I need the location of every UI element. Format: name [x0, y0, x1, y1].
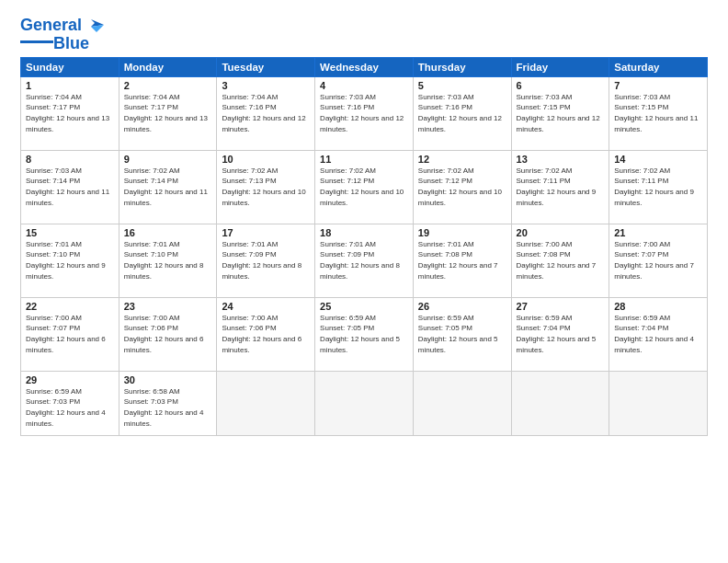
- day-details: Sunrise: 7:02 AMSunset: 7:11 PMDaylight:…: [614, 166, 702, 208]
- table-row: 12Sunrise: 7:02 AMSunset: 7:12 PMDayligh…: [413, 150, 511, 224]
- table-row: 14Sunrise: 7:02 AMSunset: 7:11 PMDayligh…: [609, 150, 708, 224]
- day-details: Sunrise: 7:04 AMSunset: 7:17 PMDaylight:…: [26, 92, 114, 134]
- calendar-week-row: 29Sunrise: 6:59 AMSunset: 7:03 PMDayligh…: [21, 371, 708, 435]
- table-row: 1Sunrise: 7:04 AMSunset: 7:17 PMDaylight…: [21, 76, 119, 150]
- table-row: 27Sunrise: 6:59 AMSunset: 7:04 PMDayligh…: [511, 297, 609, 371]
- table-row: 26Sunrise: 6:59 AMSunset: 7:05 PMDayligh…: [413, 297, 511, 371]
- day-details: Sunrise: 7:03 AMSunset: 7:15 PMDaylight:…: [614, 92, 702, 134]
- table-row: [217, 371, 315, 435]
- table-row: [511, 371, 609, 435]
- table-row: [315, 371, 414, 435]
- day-number: 24: [222, 301, 310, 312]
- table-row: 6Sunrise: 7:03 AMSunset: 7:15 PMDaylight…: [511, 76, 609, 150]
- day-number: 23: [124, 301, 212, 312]
- day-number: 5: [418, 80, 506, 91]
- table-row: 16Sunrise: 7:01 AMSunset: 7:10 PMDayligh…: [119, 224, 217, 297]
- col-header-tuesday: Tuesday: [217, 57, 315, 76]
- day-details: Sunrise: 7:01 AMSunset: 7:09 PMDaylight:…: [222, 239, 310, 282]
- calendar-header-row: SundayMondayTuesdayWednesdayThursdayFrid…: [21, 57, 708, 76]
- day-details: Sunrise: 7:03 AMSunset: 7:16 PMDaylight:…: [418, 92, 506, 134]
- day-number: 14: [614, 154, 702, 165]
- logo-text: General: [20, 17, 82, 35]
- day-details: Sunrise: 7:02 AMSunset: 7:12 PMDaylight:…: [320, 166, 408, 208]
- day-details: Sunrise: 6:59 AMSunset: 7:04 PMDaylight:…: [614, 313, 702, 355]
- day-number: 9: [124, 154, 212, 165]
- day-details: Sunrise: 7:01 AMSunset: 7:10 PMDaylight:…: [124, 239, 212, 282]
- table-row: 7Sunrise: 7:03 AMSunset: 7:15 PMDaylight…: [609, 76, 708, 150]
- table-row: 9Sunrise: 7:02 AMSunset: 7:14 PMDaylight…: [119, 150, 217, 224]
- table-row: 21Sunrise: 7:00 AMSunset: 7:07 PMDayligh…: [609, 224, 708, 297]
- table-row: 11Sunrise: 7:02 AMSunset: 7:12 PMDayligh…: [315, 150, 414, 224]
- day-number: 29: [26, 374, 114, 385]
- calendar-week-row: 15Sunrise: 7:01 AMSunset: 7:10 PMDayligh…: [21, 224, 708, 297]
- day-details: Sunrise: 6:59 AMSunset: 7:05 PMDaylight:…: [418, 313, 506, 355]
- day-number: 7: [614, 80, 702, 91]
- table-row: 4Sunrise: 7:03 AMSunset: 7:16 PMDaylight…: [315, 76, 414, 150]
- day-number: 4: [320, 80, 408, 91]
- day-details: Sunrise: 7:00 AMSunset: 7:08 PMDaylight:…: [517, 239, 605, 282]
- calendar-week-row: 22Sunrise: 7:00 AMSunset: 7:07 PMDayligh…: [21, 297, 708, 371]
- table-row: 19Sunrise: 7:01 AMSunset: 7:08 PMDayligh…: [413, 224, 511, 297]
- day-number: 3: [222, 80, 310, 91]
- table-row: 25Sunrise: 6:59 AMSunset: 7:05 PMDayligh…: [315, 297, 414, 371]
- day-details: Sunrise: 6:59 AMSunset: 7:04 PMDaylight:…: [517, 313, 605, 355]
- calendar-week-row: 8Sunrise: 7:03 AMSunset: 7:14 PMDaylight…: [21, 150, 708, 224]
- day-number: 1: [26, 80, 114, 91]
- table-row: 22Sunrise: 7:00 AMSunset: 7:07 PMDayligh…: [21, 297, 119, 371]
- day-number: 20: [517, 227, 605, 238]
- day-details: Sunrise: 7:01 AMSunset: 7:09 PMDaylight:…: [320, 239, 408, 282]
- day-number: 15: [26, 227, 114, 238]
- table-row: 5Sunrise: 7:03 AMSunset: 7:16 PMDaylight…: [413, 76, 511, 150]
- table-row: 13Sunrise: 7:02 AMSunset: 7:11 PMDayligh…: [511, 150, 609, 224]
- table-row: 23Sunrise: 7:00 AMSunset: 7:06 PMDayligh…: [119, 297, 217, 371]
- day-number: 28: [614, 301, 702, 312]
- day-number: 10: [222, 154, 310, 165]
- table-row: 24Sunrise: 7:00 AMSunset: 7:06 PMDayligh…: [217, 297, 315, 371]
- day-details: Sunrise: 7:02 AMSunset: 7:14 PMDaylight:…: [124, 166, 212, 208]
- calendar-week-row: 1Sunrise: 7:04 AMSunset: 7:17 PMDaylight…: [21, 76, 708, 150]
- day-details: Sunrise: 6:58 AMSunset: 7:03 PMDaylight:…: [124, 386, 212, 429]
- logo-bird-icon: [84, 17, 104, 34]
- day-number: 30: [124, 374, 212, 385]
- day-number: 26: [418, 301, 506, 312]
- day-details: Sunrise: 7:02 AMSunset: 7:11 PMDaylight:…: [517, 166, 605, 208]
- day-details: Sunrise: 7:03 AMSunset: 7:15 PMDaylight:…: [517, 92, 605, 134]
- day-number: 13: [517, 154, 605, 165]
- col-header-thursday: Thursday: [413, 57, 511, 76]
- table-row: 20Sunrise: 7:00 AMSunset: 7:08 PMDayligh…: [511, 224, 609, 297]
- day-number: 25: [320, 301, 408, 312]
- calendar-body: 1Sunrise: 7:04 AMSunset: 7:17 PMDaylight…: [21, 76, 708, 435]
- table-row: 30Sunrise: 6:58 AMSunset: 7:03 PMDayligh…: [119, 371, 217, 435]
- table-row: [413, 371, 511, 435]
- day-number: 22: [26, 301, 114, 312]
- header: General Blue: [20, 17, 708, 52]
- day-number: 17: [222, 227, 310, 238]
- page: General Blue SundayMondayTuesdayWednesda…: [0, 0, 728, 563]
- day-number: 21: [614, 227, 702, 238]
- col-header-friday: Friday: [511, 57, 609, 76]
- day-details: Sunrise: 7:00 AMSunset: 7:06 PMDaylight:…: [222, 313, 310, 355]
- day-details: Sunrise: 7:01 AMSunset: 7:10 PMDaylight:…: [26, 239, 114, 282]
- day-details: Sunrise: 7:02 AMSunset: 7:13 PMDaylight:…: [222, 166, 310, 208]
- day-details: Sunrise: 7:03 AMSunset: 7:14 PMDaylight:…: [26, 166, 114, 208]
- day-details: Sunrise: 6:59 AMSunset: 7:05 PMDaylight:…: [320, 313, 408, 355]
- day-details: Sunrise: 7:01 AMSunset: 7:08 PMDaylight:…: [418, 239, 506, 282]
- day-details: Sunrise: 7:00 AMSunset: 7:07 PMDaylight:…: [614, 239, 702, 282]
- day-details: Sunrise: 7:00 AMSunset: 7:06 PMDaylight:…: [124, 313, 212, 355]
- day-details: Sunrise: 7:03 AMSunset: 7:16 PMDaylight:…: [320, 92, 408, 134]
- logo-blue-text: Blue: [53, 35, 89, 52]
- table-row: 3Sunrise: 7:04 AMSunset: 7:16 PMDaylight…: [217, 76, 315, 150]
- day-details: Sunrise: 7:02 AMSunset: 7:12 PMDaylight:…: [418, 166, 506, 208]
- day-number: 12: [418, 154, 506, 165]
- day-number: 6: [517, 80, 605, 91]
- day-number: 27: [517, 301, 605, 312]
- table-row: 10Sunrise: 7:02 AMSunset: 7:13 PMDayligh…: [217, 150, 315, 224]
- table-row: [609, 371, 708, 435]
- col-header-monday: Monday: [119, 57, 217, 76]
- table-row: 2Sunrise: 7:04 AMSunset: 7:17 PMDaylight…: [119, 76, 217, 150]
- day-details: Sunrise: 6:59 AMSunset: 7:03 PMDaylight:…: [26, 386, 114, 429]
- col-header-sunday: Sunday: [21, 57, 119, 76]
- logo: General Blue: [20, 17, 104, 52]
- table-row: 18Sunrise: 7:01 AMSunset: 7:09 PMDayligh…: [315, 224, 414, 297]
- day-number: 18: [320, 227, 408, 238]
